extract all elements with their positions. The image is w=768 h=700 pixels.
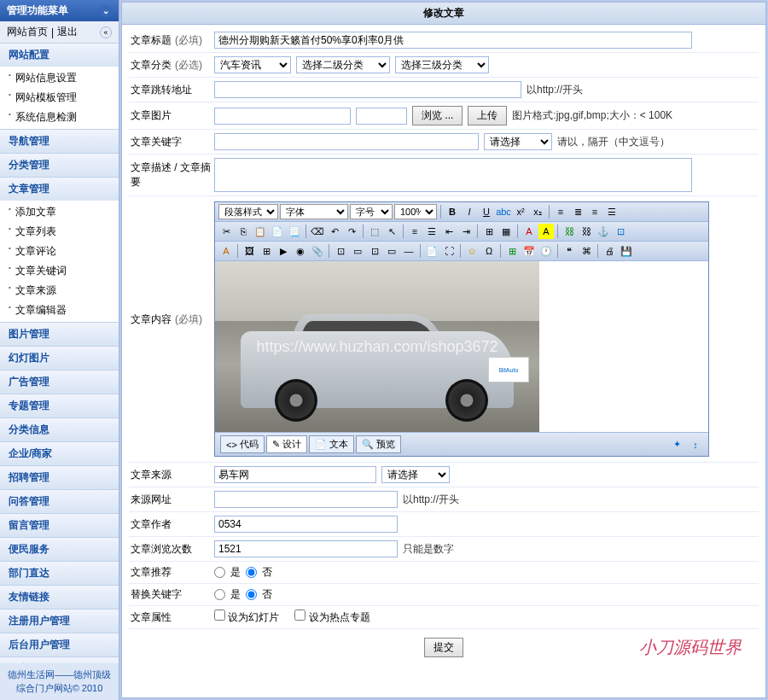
insert4-icon[interactable]: ▭ (384, 243, 399, 259)
menu-item[interactable]: 添加文章 (0, 202, 119, 222)
collapse-icon[interactable]: « (100, 26, 112, 38)
print-icon[interactable]: 🖨 (602, 243, 617, 259)
italic-icon[interactable]: I (462, 204, 477, 219)
menu-section-后台用户管理[interactable]: 后台用户管理 (0, 633, 119, 656)
recommend-no[interactable] (246, 567, 257, 578)
menu-item[interactable]: 文章列表 (0, 222, 119, 242)
file-path-input[interactable] (356, 108, 407, 125)
menu-section-注册用户管理[interactable]: 注册用户管理 (0, 610, 119, 633)
upload-button[interactable]: 上传 (468, 106, 507, 125)
slide-checkbox[interactable] (214, 610, 225, 621)
jumpurl-input[interactable] (214, 81, 521, 98)
editor-content[interactable]: BitAuto https://www.huzhan.com/ishop3672 (215, 261, 708, 432)
ol-icon[interactable]: ≡ (407, 224, 422, 239)
image-icon[interactable]: 🖼 (241, 243, 257, 259)
save-icon[interactable]: 💾 (619, 243, 634, 259)
fontcolor-icon[interactable]: A (218, 243, 234, 259)
replacekw-no[interactable] (246, 589, 257, 600)
code-icon[interactable]: ⌘ (579, 243, 594, 259)
menu-section-友情链接[interactable]: 友情链接 (0, 586, 119, 609)
menu-section-专题管理[interactable]: 专题管理 (0, 394, 119, 417)
align-center-icon[interactable]: ≣ (570, 204, 585, 219)
fontsize-select[interactable]: 字号 (350, 204, 393, 219)
backcolor-icon[interactable]: A (538, 224, 554, 239)
file-icon[interactable]: 📎 (310, 243, 325, 259)
expand-icon[interactable]: ✦ (669, 437, 684, 452)
menu-item[interactable]: 系统信息检测 (0, 108, 119, 127)
eraser-icon[interactable]: ⌫ (310, 224, 325, 239)
logout-link[interactable]: 退出 (57, 25, 78, 39)
time-icon[interactable]: 🕐 (538, 243, 554, 259)
page-icon[interactable]: 📄 (424, 243, 439, 259)
cat1-select[interactable]: 汽车资讯 (214, 56, 291, 73)
menu-item[interactable]: 文章评论 (0, 242, 119, 261)
cursor-icon[interactable]: ↖ (384, 224, 399, 239)
quote-icon[interactable]: ❝ (561, 243, 577, 259)
cut-icon[interactable]: ✂ (218, 224, 234, 239)
menu-section-文章管理[interactable]: 文章管理 (0, 178, 119, 201)
symbol-icon[interactable]: Ω (481, 243, 497, 259)
menu-section-留言管理[interactable]: 留言管理 (0, 514, 119, 537)
media-icon[interactable]: ◉ (293, 243, 308, 259)
views-input[interactable] (214, 540, 398, 557)
menu-section-分类管理[interactable]: 分类管理 (0, 154, 119, 177)
submit-button[interactable]: 提交 (424, 638, 463, 657)
font-select[interactable]: 字体 (280, 204, 348, 219)
menu-item[interactable]: 网站模板管理 (0, 88, 119, 108)
menu-section-广告管理[interactable]: 广告管理 (0, 370, 119, 394)
menu-section-招聘管理[interactable]: 招聘管理 (0, 466, 119, 489)
sourceurl-input[interactable] (214, 491, 398, 508)
menu-section-幻灯图片[interactable]: 幻灯图片 (0, 347, 119, 370)
map-icon[interactable]: ⊡ (613, 224, 628, 239)
image-input[interactable] (214, 108, 351, 125)
insert3-icon[interactable]: ⊡ (367, 243, 382, 259)
expand-icon[interactable]: ⌄ (100, 5, 112, 17)
cat3-select[interactable]: 选择三级分类 (395, 56, 489, 73)
forecolor-icon[interactable]: A (521, 224, 537, 239)
menu-section-图片管理[interactable]: 图片管理 (0, 323, 119, 346)
author-input[interactable] (214, 516, 398, 533)
para-style-select[interactable]: 段落样式 (218, 204, 278, 219)
zoom-select[interactable]: 100% (394, 204, 437, 219)
link-icon[interactable]: ⛓ (561, 224, 577, 239)
recommend-yes[interactable] (214, 567, 225, 578)
mode-code[interactable]: <> 代码 (220, 435, 265, 453)
home-link[interactable]: 网站首页 (7, 25, 48, 39)
menu-section-网站配置[interactable]: 网站配置 (0, 44, 119, 67)
underline-icon[interactable]: U (479, 204, 494, 219)
menu-section-分类信息[interactable]: 分类信息 (0, 418, 119, 441)
resize-icon[interactable]: ↕ (688, 437, 703, 452)
paste-word-icon[interactable]: 📄 (270, 224, 285, 239)
mode-text[interactable]: 📄 文本 (309, 435, 354, 453)
excel-icon[interactable]: ⊞ (504, 243, 520, 259)
menu-item[interactable]: 网站信息设置 (0, 68, 119, 88)
menu-item[interactable]: 文章编辑器 (0, 300, 119, 320)
table-icon[interactable]: ⊞ (481, 224, 497, 239)
date-icon[interactable]: 📅 (521, 243, 537, 259)
select-icon[interactable]: ⬚ (367, 224, 382, 239)
source-select[interactable]: 请选择 (381, 466, 450, 483)
keywords-input[interactable] (214, 133, 479, 150)
mode-design[interactable]: ✎ 设计 (266, 435, 307, 453)
source-input[interactable] (214, 466, 376, 483)
cat2-select[interactable]: 选择二级分类 (296, 56, 390, 73)
mode-preview[interactable]: 🔍 预览 (356, 435, 401, 453)
undo-icon[interactable]: ↶ (327, 224, 342, 239)
browse-button[interactable]: 浏览 ... (412, 106, 463, 125)
gallery-icon[interactable]: ⊞ (259, 243, 274, 259)
align-justify-icon[interactable]: ☰ (604, 204, 620, 219)
hot-checkbox[interactable] (294, 610, 305, 621)
menu-item[interactable]: 文章来源 (0, 281, 119, 300)
strike-icon[interactable]: abc (496, 204, 511, 219)
unlink-icon[interactable]: ⛓ (579, 224, 594, 239)
sup-icon[interactable]: x² (513, 204, 528, 219)
hr-icon[interactable]: — (401, 243, 416, 259)
menu-section-便民服务[interactable]: 便民服务 (0, 538, 119, 561)
sub-icon[interactable]: x₂ (530, 204, 545, 219)
paste-text-icon[interactable]: 📃 (287, 224, 302, 239)
redo-icon[interactable]: ↷ (344, 224, 359, 239)
bold-icon[interactable]: B (445, 204, 460, 219)
summary-textarea[interactable] (214, 158, 692, 192)
menu-section-问答管理[interactable]: 问答管理 (0, 490, 119, 513)
anchor-icon[interactable]: ⚓ (596, 224, 611, 239)
